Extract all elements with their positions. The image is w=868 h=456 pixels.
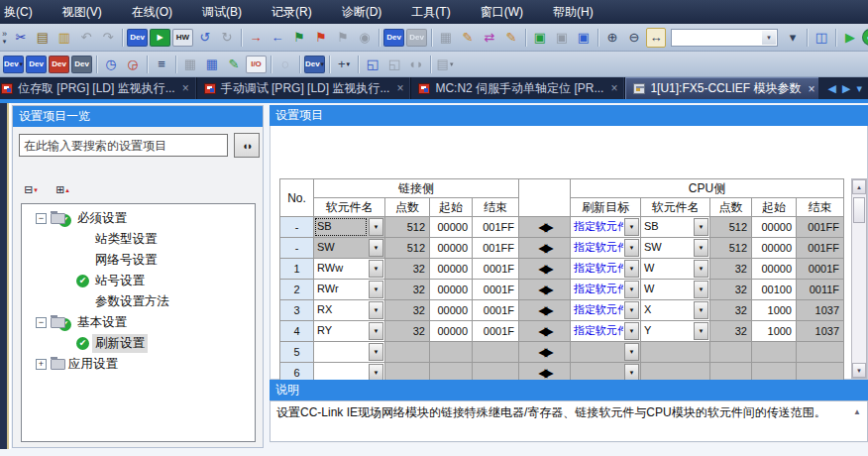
refresh-target-select[interactable]: 指定软元件▼ <box>571 217 641 238</box>
menu-item[interactable]: 工具(T) <box>396 0 465 24</box>
cpu-device-select[interactable]: Y▼ <box>641 321 710 342</box>
cpu-device-select[interactable]: W▼ <box>641 280 710 300</box>
link-device-select[interactable]: RX▼ <box>314 300 385 321</box>
link-start-cell[interactable]: 00000 <box>430 300 473 321</box>
chevron-down-icon[interactable]: ▼ <box>369 281 383 298</box>
table-scrollbar[interactable]: ▲ ▼ <box>851 178 867 379</box>
menu-item[interactable]: 在线(O) <box>117 0 187 24</box>
docked-panel-strip[interactable] <box>0 103 9 449</box>
run-icon[interactable]: ▶ <box>840 28 860 48</box>
chevron-down-icon[interactable]: ▼ <box>694 218 708 236</box>
refresh-target-select[interactable]: 指定软元件▼ <box>571 280 641 300</box>
refresh-target-select[interactable]: 指定软元件▼ <box>571 238 641 259</box>
chevron-down-icon[interactable]: ▼ <box>762 31 776 45</box>
menu-item[interactable]: 换(C) <box>0 0 48 24</box>
probe-zoom-icon[interactable]: +▾ <box>334 55 354 74</box>
collapse-all-button[interactable]: ⊟▾ <box>19 181 43 198</box>
window-search-icon[interactable]: ◱ <box>363 55 382 74</box>
tree-item[interactable]: +应用设置 <box>22 354 255 375</box>
screen-undo-icon[interactable]: ↺ <box>195 28 215 48</box>
tab-scroll-right-icon[interactable]: ▶ <box>842 82 850 95</box>
paste-icon[interactable]: ▥ <box>54 28 74 48</box>
chevron-down-icon[interactable]: ▼ <box>624 301 639 319</box>
io-check-icon[interactable]: I/O <box>246 56 267 73</box>
tab-list-icon[interactable]: ▾ <box>856 82 862 95</box>
refresh-target-select[interactable]: ▼ <box>571 342 641 363</box>
expander-icon[interactable]: − <box>36 213 47 224</box>
read-from-plc-icon[interactable]: ← <box>268 28 287 48</box>
chevron-down-icon[interactable]: ▼ <box>624 218 639 236</box>
cut-icon[interactable]: ✂ <box>11 28 31 48</box>
expander-icon[interactable]: + <box>36 359 47 370</box>
link-device-select[interactable]: ▼ <box>314 342 385 363</box>
close-icon[interactable]: × <box>808 84 814 94</box>
device-off-icon[interactable]: Dev <box>71 56 92 73</box>
zoom-in-icon[interactable]: ⊕ <box>602 28 622 48</box>
label-edit-icon[interactable]: ✎ <box>224 55 244 74</box>
chevron-down-icon[interactable]: ▼ <box>369 301 383 319</box>
chevron-down-icon[interactable]: ▼ <box>694 301 708 319</box>
step-exchange-icon[interactable]: ⇄ <box>480 28 499 48</box>
stop-monitor-icon[interactable]: ⚑ <box>311 28 331 48</box>
cpu-start-cell[interactable]: 1000 <box>752 300 797 321</box>
link-start-cell[interactable]: 00000 <box>430 280 473 300</box>
cpu-start-cell[interactable] <box>752 342 797 363</box>
chevron-down-icon[interactable]: ▼ <box>694 239 708 257</box>
cpu-start-cell[interactable]: 00000 <box>752 217 797 238</box>
watch-window-icon[interactable]: ▣ <box>574 28 594 48</box>
clock-check-icon[interactable]: ◶ <box>123 55 143 74</box>
chevron-down-icon[interactable]: ▼ <box>369 239 383 257</box>
element-list-icon[interactable]: ≡ <box>152 55 171 74</box>
menu-item[interactable]: 调试(B) <box>187 0 257 24</box>
scroll-track[interactable] <box>852 223 866 363</box>
device-view-icon[interactable]: Dev▾ <box>304 56 325 73</box>
close-icon[interactable]: × <box>610 83 617 93</box>
hw-search-icon[interactable]: HW <box>172 29 193 47</box>
scroll-up-icon[interactable]: ▲ <box>852 179 866 194</box>
link-start-cell[interactable] <box>430 342 473 363</box>
menu-item[interactable]: 记录(R) <box>257 0 327 24</box>
refresh-target-select[interactable]: 指定软元件▼ <box>571 259 641 280</box>
chevron-down-icon[interactable]: ▼ <box>694 260 708 278</box>
tab[interactable]: 1[U1]:FX5-CCLIEF 模块参数× <box>625 77 817 99</box>
link-start-cell[interactable]: 00000 <box>430 259 473 280</box>
chevron-down-icon[interactable]: ▼ <box>694 322 708 340</box>
tree-item[interactable]: −✔刷新设置 <box>22 333 255 354</box>
close-icon[interactable]: × <box>182 83 189 93</box>
comment-batch-icon[interactable]: ✎ <box>501 28 521 48</box>
tab-scroll-left-icon[interactable]: ◀ <box>828 82 836 95</box>
zoom-out-icon[interactable]: ⊖ <box>624 28 644 48</box>
refresh-target-select[interactable]: 指定软元件▼ <box>571 321 641 342</box>
chevron-down-icon[interactable]: ▼ <box>624 322 639 340</box>
link-device-select[interactable]: RY▼ <box>314 321 385 342</box>
expander-icon[interactable]: − <box>36 317 47 328</box>
chevron-down-icon[interactable]: ▼ <box>624 343 639 361</box>
cpu-device-select[interactable]: W▼ <box>641 259 710 280</box>
module-config-icon[interactable]: ▦ <box>202 55 222 74</box>
device-display-icon[interactable]: Dev▾ <box>3 56 24 73</box>
link-device-select[interactable]: SW▼ <box>314 238 385 259</box>
link-device-select[interactable]: RWr▼ <box>314 280 385 300</box>
cpu-start-cell[interactable]: 00100 <box>752 280 797 300</box>
toolbar-options-icon[interactable]: ▾ <box>783 28 803 48</box>
monitor-start-icon[interactable]: ▣ <box>530 28 550 48</box>
link-device-select[interactable]: SB▼ <box>314 217 385 238</box>
device-batch-monitor-icon[interactable]: Dev <box>26 56 47 73</box>
device-search-icon[interactable]: Dev <box>127 29 148 47</box>
chevron-down-icon[interactable]: ▼ <box>624 281 639 298</box>
verify-monitor-icon[interactable]: ⚑ <box>289 28 309 48</box>
link-start-cell[interactable]: 00000 <box>430 321 473 342</box>
write-to-plc-icon[interactable]: → <box>246 28 266 48</box>
copy-icon[interactable]: ▤ <box>33 28 53 48</box>
description-scroll-up-icon[interactable]: ▲ <box>853 407 861 416</box>
menu-item[interactable]: 帮助(H) <box>538 0 608 24</box>
tab[interactable]: MC:N2 伺服手动单轴定位 [PR...× <box>411 77 625 99</box>
chevron-down-icon[interactable]: ▼ <box>369 260 383 278</box>
cpu-device-select[interactable]: X▼ <box>641 300 710 321</box>
chevron-down-icon[interactable]: ▼ <box>369 322 383 340</box>
link-start-cell[interactable]: 00000 <box>430 217 473 238</box>
tree-item[interactable]: −✔站号设置 <box>22 271 255 291</box>
menu-item[interactable]: 诊断(D) <box>327 0 397 24</box>
toolbar-grip-icon[interactable] <box>2 30 7 45</box>
cpu-start-cell[interactable]: 00000 <box>752 238 797 259</box>
